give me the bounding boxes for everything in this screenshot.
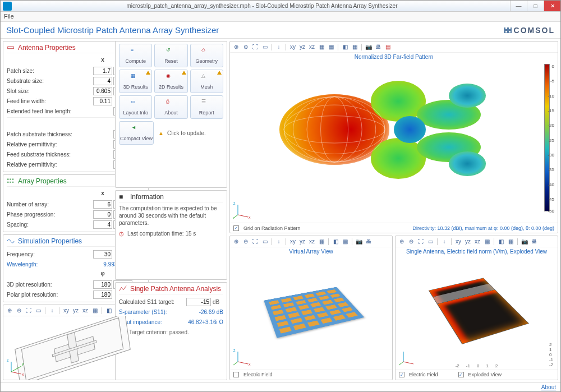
reset-button[interactable]: ↺Reset xyxy=(154,44,187,67)
render-mode-icon[interactable]: ▦ xyxy=(351,43,358,51)
window-maximize-button[interactable]: □ xyxy=(527,1,544,11)
virtual-array-plot[interactable]: Virtual Array View zx xyxy=(230,247,392,370)
about-link[interactable]: About xyxy=(541,384,556,390)
layout-icon: ▭ xyxy=(131,99,141,109)
print-icon[interactable]: 🖶 xyxy=(374,43,382,51)
geometry-plot[interactable]: zxy xyxy=(3,316,148,380)
view-3d-icon[interactable]: ▦ xyxy=(318,238,325,246)
plane-xy-icon[interactable]: xy xyxy=(62,307,70,315)
zoom-out-icon[interactable]: ⊖ xyxy=(407,238,415,246)
window-minimize-button[interactable]: — xyxy=(510,1,527,11)
virtual-efield-checkbox[interactable] xyxy=(233,372,239,377)
spacing-x-input[interactable] xyxy=(93,220,112,229)
plane-yz-icon[interactable]: yz xyxy=(298,43,306,51)
last-computation-label: Last computation time: 15 s xyxy=(127,230,196,237)
single-antenna-title: Single Antenna, Electric field norm (V/m… xyxy=(396,248,558,255)
report-button[interactable]: ☰Report xyxy=(190,95,223,119)
geometry-icon: ◇ xyxy=(201,47,211,57)
layout-button[interactable]: ▭Layout Info xyxy=(119,95,152,119)
view-3d-icon[interactable]: ▦ xyxy=(318,43,325,51)
slot-size-x-input[interactable] xyxy=(93,87,112,95)
zoom-box-icon[interactable]: ▭ xyxy=(34,307,42,315)
exploded-view-checkbox[interactable]: ✓ xyxy=(458,372,464,377)
zoom-fit-icon[interactable]: ⛶ xyxy=(251,238,259,246)
svg-rect-3 xyxy=(12,179,14,180)
zoom-in-icon[interactable]: ⊕ xyxy=(398,238,406,246)
single-antenna-plot[interactable]: Single Antenna, Electric field norm (V/m… xyxy=(396,247,558,370)
print-icon[interactable]: 🖶 xyxy=(530,238,538,246)
zoom-fit-icon[interactable]: ⛶ xyxy=(25,307,33,315)
export-icon[interactable]: ▤ xyxy=(384,43,392,51)
select-mode-icon[interactable]: ◧ xyxy=(105,307,113,315)
plane-xz-icon[interactable]: xz xyxy=(81,307,89,315)
geometry-button[interactable]: ◇Geometry xyxy=(190,44,223,67)
res3d-phi-input[interactable] xyxy=(93,280,112,289)
grid-radiation-checkbox[interactable]: ✓ xyxy=(233,225,239,231)
plane-yz-icon[interactable]: yz xyxy=(72,307,80,315)
view-default-icon[interactable]: ↓ xyxy=(275,43,283,51)
zoom-box-icon[interactable]: ▭ xyxy=(426,238,434,246)
svg-rect-2 xyxy=(10,179,11,180)
frequency-input[interactable] xyxy=(93,250,112,259)
view-xy-icon[interactable]: ↓ xyxy=(48,307,56,315)
window-titlebar: microstrip_patch_antenna_array_synthesiz… xyxy=(1,1,560,12)
render-mode-icon[interactable]: ▦ xyxy=(341,238,349,246)
results3d-button[interactable]: ▦3D Results xyxy=(119,70,152,93)
plane-xy-icon[interactable]: xy xyxy=(454,238,462,246)
single-efield-checkbox[interactable]: ✓ xyxy=(399,372,404,377)
window-close-button[interactable]: ✕ xyxy=(544,1,560,11)
select-mode-icon[interactable]: ◧ xyxy=(332,238,339,246)
zoom-fit-icon[interactable]: ⛶ xyxy=(417,238,425,246)
plane-xz-icon[interactable]: xz xyxy=(308,238,316,246)
plane-xz-icon[interactable]: xz xyxy=(473,238,481,246)
s11-target-input[interactable] xyxy=(186,298,211,306)
zoom-in-icon[interactable]: ⊕ xyxy=(232,43,240,51)
feed-width-input[interactable] xyxy=(93,97,112,105)
plane-xy-icon[interactable]: xy xyxy=(289,238,297,246)
zoom-out-icon[interactable]: ⊖ xyxy=(242,43,250,51)
camera-icon[interactable]: 📷 xyxy=(365,43,373,51)
about-icon: ⎙ xyxy=(166,99,176,109)
array-board xyxy=(264,287,364,338)
num-array-x-input[interactable] xyxy=(93,200,112,209)
farfield-plot[interactable]: Normalized 3D Far-field Pattern xyxy=(230,53,558,223)
compact-view-button[interactable]: ◄Compact View xyxy=(119,121,154,145)
compute-button[interactable]: ≡Compute xyxy=(119,44,152,67)
render-mode-icon[interactable]: ▦ xyxy=(507,238,514,246)
brand-logo: COMSOL xyxy=(504,26,555,35)
menu-file[interactable]: File xyxy=(4,13,14,20)
antenna-icon xyxy=(7,44,15,52)
camera-icon[interactable]: 📷 xyxy=(521,238,528,246)
zoom-in-icon[interactable]: ⊕ xyxy=(6,307,13,315)
patch-size-x-input[interactable] xyxy=(93,67,112,75)
plane-xz-icon[interactable]: xz xyxy=(308,43,316,51)
plane-xy-icon[interactable]: xy xyxy=(289,43,297,51)
view-iso-icon[interactable]: ▦ xyxy=(327,43,335,51)
polar-res-input[interactable] xyxy=(93,290,112,299)
substrate-size-x-input[interactable] xyxy=(93,77,112,85)
view-3d-icon[interactable]: ▦ xyxy=(483,238,491,246)
zoom-box-icon[interactable]: ▭ xyxy=(261,43,269,51)
plane-yz-icon[interactable]: yz xyxy=(464,238,472,246)
view-default-icon[interactable]: ↓ xyxy=(275,238,283,246)
camera-icon[interactable]: 📷 xyxy=(355,238,363,246)
mesh-button[interactable]: △Mesh xyxy=(190,70,223,93)
select-mode-icon[interactable]: ◧ xyxy=(497,238,505,246)
zoom-out-icon[interactable]: ⊖ xyxy=(15,307,23,315)
virtual-array-viewer: ⊕⊖⛶▭↓xyyzxz▦◧▦📷🖶 Virtual Array View xyxy=(229,236,393,380)
zoom-fit-icon[interactable]: ⛶ xyxy=(251,43,259,51)
array-icon xyxy=(7,177,15,185)
results2d-button[interactable]: ◉2D Results xyxy=(154,70,187,93)
plane-yz-icon[interactable]: yz xyxy=(298,238,306,246)
view-default-icon[interactable]: ↓ xyxy=(440,238,448,246)
phase-x-input[interactable] xyxy=(93,210,112,219)
print-icon[interactable]: 🖶 xyxy=(365,238,373,246)
select-mode-icon[interactable]: ◧ xyxy=(341,43,349,51)
view-3d-icon[interactable]: ▦ xyxy=(91,307,99,315)
zoom-in-icon[interactable]: ⊕ xyxy=(232,238,240,246)
zoom-box-icon[interactable]: ▭ xyxy=(261,238,269,246)
zoom-out-icon[interactable]: ⊖ xyxy=(242,238,250,246)
axis-triad-icon: zx xyxy=(233,347,252,366)
info-icon: ■ xyxy=(119,193,127,201)
about-button[interactable]: ⎙About xyxy=(154,95,187,119)
